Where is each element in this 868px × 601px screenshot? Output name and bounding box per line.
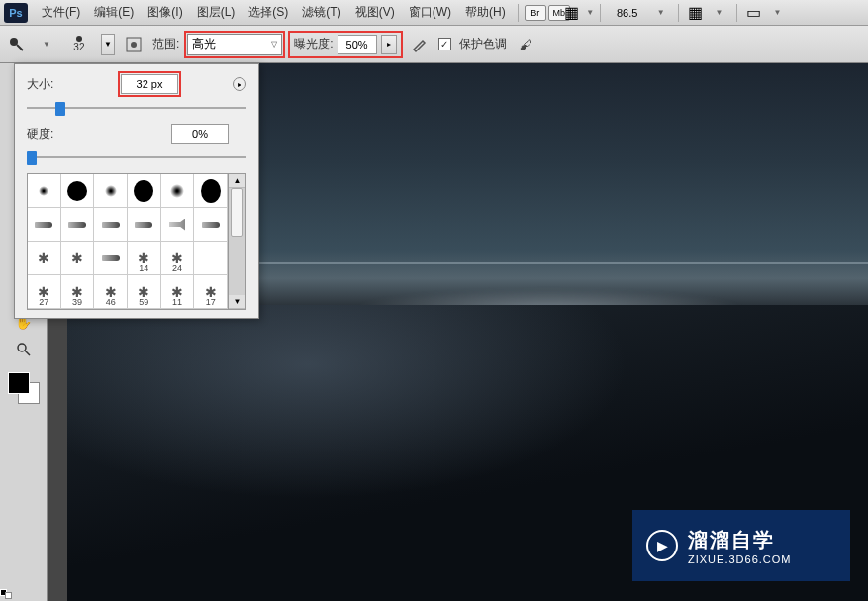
brush-preset-icon: ✱ — [34, 249, 53, 268]
scroll-thumb[interactable] — [231, 188, 243, 237]
brush-preset-icon — [201, 249, 221, 268]
brush-preset-number: 39 — [72, 297, 82, 307]
brush-panel-toggle[interactable] — [123, 34, 145, 55]
film-icon: ▦ — [564, 3, 579, 22]
brush-preset[interactable]: ✱24 — [161, 242, 195, 275]
brush-preset-grid: ✱✱✱14✱24✱27✱39✱46✱59✱11✱17 — [27, 173, 229, 310]
menu-layer[interactable]: 图层(L) — [191, 2, 241, 23]
brush-preset[interactable] — [94, 208, 128, 242]
scroll-track[interactable] — [229, 188, 245, 295]
exposure-label: 曝光度: — [294, 36, 333, 52]
menu-file[interactable]: 文件(F) — [36, 2, 86, 23]
watermark-subtitle: ZIXUE.3D66.COM — [688, 553, 791, 565]
slider-thumb[interactable] — [55, 102, 65, 116]
menu-help[interactable]: 帮助(H) — [459, 2, 512, 23]
brush-preset-number: 27 — [39, 297, 48, 307]
brush-preset[interactable]: ✱14 — [128, 242, 161, 275]
svg-line-1 — [17, 45, 23, 50]
brush-preset[interactable] — [161, 174, 195, 208]
brush-preset[interactable] — [94, 174, 128, 208]
brush-preset[interactable]: ✱11 — [161, 275, 195, 309]
brush-preset-number: 17 — [206, 297, 216, 307]
range-select[interactable]: 高光 ▽ — [187, 34, 282, 55]
menu-window[interactable]: 窗口(W) — [403, 2, 457, 23]
brush-preset[interactable] — [28, 208, 61, 242]
menu-select[interactable]: 选择(S) — [242, 2, 294, 23]
menu-edit[interactable]: 编辑(E) — [88, 2, 140, 23]
brush-preset[interactable]: ✱ — [61, 242, 95, 275]
bridge-button[interactable]: Br — [525, 5, 546, 21]
brush-preset[interactable] — [128, 174, 161, 208]
brush-preset[interactable] — [194, 174, 228, 208]
brush-preset[interactable]: ✱ — [28, 242, 61, 275]
tool-preset-dropdown[interactable]: ▼ — [36, 39, 57, 50]
brush-preset[interactable] — [61, 208, 95, 242]
brush-preset-icon — [67, 181, 87, 201]
scroll-up-button[interactable]: ▲ — [229, 174, 245, 188]
grid-icon: ▦ — [688, 3, 703, 22]
panel-flyout-button[interactable]: ▸ — [233, 77, 246, 91]
chevron-down-icon: ▼ — [579, 7, 601, 18]
brush-picker-dropdown[interactable]: ▼ — [101, 34, 115, 55]
separator — [600, 4, 601, 22]
brush-preset[interactable]: ✱46 — [94, 275, 128, 309]
brush-size-label: 大小: — [27, 76, 66, 93]
scroll-down-button[interactable]: ▼ — [229, 295, 245, 309]
exposure-flyout-button[interactable]: ▸ — [381, 35, 397, 54]
brush-preview[interactable]: 32 — [65, 36, 93, 52]
brush-hardness-label: 硬度: — [27, 126, 66, 143]
protect-tones-checkbox[interactable]: ✓ — [438, 38, 451, 50]
svg-point-3 — [131, 42, 137, 48]
view-extras-button[interactable]: ▦ — [685, 4, 707, 22]
tablet-pressure-toggle[interactable]: 🖌 — [515, 34, 536, 55]
chevron-down-icon[interactable]: ▼ — [709, 7, 730, 18]
brush-hardness-input[interactable] — [171, 124, 229, 144]
brush-preset[interactable]: ✱17 — [194, 275, 228, 309]
menu-filter[interactable]: 滤镜(T) — [296, 2, 346, 23]
brush-preset-number: 14 — [139, 263, 148, 273]
play-icon: ▶ — [646, 530, 678, 561]
doc-icon: ▭ — [746, 3, 761, 22]
arrange-docs-button[interactable]: ▭ — [743, 4, 765, 22]
chevron-down-icon[interactable]: ▼ — [767, 7, 789, 18]
brush-preset[interactable] — [128, 208, 161, 242]
exposure-input[interactable] — [338, 35, 377, 54]
menu-image[interactable]: 图像(I) — [142, 2, 188, 23]
brush-preset-icon — [34, 181, 53, 201]
slider-track — [27, 156, 246, 158]
menu-view[interactable]: 视图(V) — [349, 2, 401, 23]
brush-preset-icon — [201, 181, 221, 201]
brush-preset[interactable] — [28, 174, 61, 208]
separator — [518, 4, 519, 22]
scrollbar[interactable]: ▲ ▼ — [229, 173, 246, 310]
brush-preset-icon — [167, 215, 187, 235]
brush-preset-icon — [201, 215, 221, 235]
brush-preset-icon — [101, 181, 121, 201]
brush-preset[interactable] — [61, 174, 95, 208]
brush-preset[interactable] — [194, 242, 228, 275]
brush-preset[interactable]: ✱27 — [28, 275, 61, 309]
brush-preset-icon — [67, 215, 87, 235]
foreground-color[interactable] — [8, 372, 30, 394]
slider-thumb[interactable] — [27, 151, 37, 165]
brush-size-input[interactable] — [121, 74, 178, 94]
airbrush-toggle[interactable] — [409, 34, 431, 55]
brush-preset[interactable] — [194, 208, 228, 242]
mini-bg-icon — [5, 592, 12, 599]
zoom-tool[interactable] — [13, 339, 35, 360]
zoom-level-input[interactable] — [607, 7, 648, 19]
brush-preset[interactable]: ✱59 — [128, 275, 161, 309]
svg-point-4 — [18, 344, 26, 351]
color-swatches[interactable] — [8, 372, 40, 404]
screen-mode-button[interactable]: ▦▼ — [572, 4, 594, 22]
watermark-text: 溜溜自学 ZIXUE.3D66.COM — [688, 527, 791, 565]
brush-preset[interactable] — [161, 208, 195, 242]
brush-preset[interactable] — [94, 242, 128, 275]
brush-preset-icon — [134, 215, 153, 235]
chevron-down-icon[interactable]: ▼ — [650, 7, 672, 18]
brush-size-slider[interactable] — [27, 100, 246, 116]
default-colors-button[interactable] — [0, 589, 12, 601]
brush-hardness-slider[interactable] — [27, 150, 246, 165]
dodge-tool-icon[interactable] — [6, 34, 28, 55]
brush-preset[interactable]: ✱39 — [61, 275, 95, 309]
